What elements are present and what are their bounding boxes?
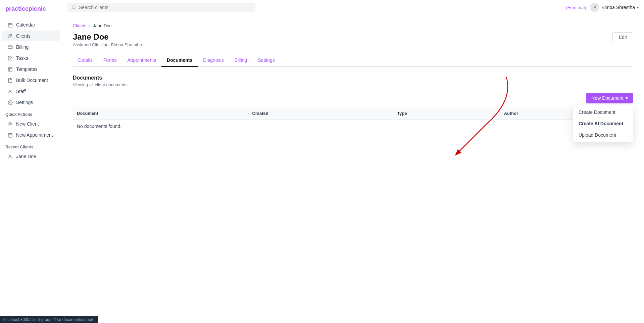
- recent-client-jane-doe[interactable]: Jane Doe: [2, 151, 60, 162]
- col-header-type: Type: [393, 107, 500, 120]
- svg-point-5: [10, 34, 12, 36]
- svg-rect-6: [8, 46, 12, 49]
- svg-point-12: [9, 102, 11, 103]
- tab-settings[interactable]: Settings: [252, 54, 280, 67]
- assigned-clinician: Assigned Clinician: Bimba Shrestha: [73, 42, 142, 47]
- doc-toolbar: New Document ▾ Create Document Create AI…: [73, 93, 633, 103]
- sidebar-item-clients[interactable]: Clients: [2, 31, 60, 41]
- svg-point-23: [72, 6, 75, 9]
- free-trial-badge: (Free trial): [566, 5, 586, 10]
- avatar: [590, 3, 599, 12]
- svg-rect-0: [8, 23, 12, 27]
- tab-details[interactable]: Details: [73, 54, 98, 67]
- calendar-plus-icon: [7, 132, 13, 138]
- tab-appointments[interactable]: Appointments: [122, 54, 161, 67]
- user-name: Bimba Shrestha: [601, 5, 635, 10]
- sidebar-item-label: Billing: [16, 44, 29, 50]
- person-plus-icon: [7, 121, 13, 127]
- sidebar-item-bulk-document[interactable]: Bulk Document: [2, 75, 60, 86]
- quick-action-label: New Appointment: [16, 132, 53, 138]
- status-bar: localhost:8000/client-groups/1/ai-docume…: [0, 316, 98, 323]
- quick-action-label: New Client: [16, 121, 39, 127]
- recent-client-label: Jane Doe: [16, 154, 36, 159]
- main-area: (Free trial) Bimba Shrestha ▾ Clients › …: [62, 0, 644, 323]
- content-area: Clients › Jane Doe Jane Doe Assigned Cli…: [62, 15, 644, 323]
- svg-rect-16: [8, 133, 12, 137]
- create-document-item[interactable]: Create Document: [573, 106, 633, 118]
- new-document-button[interactable]: New Document ▾: [586, 93, 633, 103]
- sidebar-item-label: Calendar: [16, 22, 35, 28]
- search-bar: [67, 3, 255, 12]
- breadcrumb-current: Jane Doe: [93, 23, 112, 28]
- bulk-doc-icon: [7, 78, 13, 83]
- search-icon: [71, 5, 76, 10]
- documents-section: Documents Viewing all client documents. …: [73, 75, 633, 133]
- calendar-icon: [7, 22, 13, 28]
- sidebar-item-label: Staff: [16, 89, 26, 94]
- sidebar-item-calendar[interactable]: Calendar: [2, 19, 60, 30]
- chevron-down-icon: ▾: [637, 6, 639, 9]
- sidebar: practicepicnic CalendarClientsBillingTas…: [0, 0, 62, 323]
- tasks-icon: [7, 55, 13, 61]
- svg-rect-8: [8, 67, 12, 71]
- svg-point-4: [9, 34, 10, 36]
- staff-icon: [7, 89, 13, 94]
- topbar-right: (Free trial) Bimba Shrestha ▾: [566, 3, 639, 12]
- sidebar-nav: CalendarClientsBillingTasksTemplatesBulk…: [0, 19, 62, 162]
- quick-action-new-appointment[interactable]: New Appointment: [2, 130, 60, 140]
- section-subtitle: Viewing all client documents.: [73, 82, 633, 87]
- svg-point-13: [9, 122, 10, 124]
- col-header-created: Created: [248, 107, 393, 120]
- person-icon: [7, 154, 13, 159]
- tab-forms[interactable]: Forms: [98, 54, 122, 67]
- sidebar-item-label: Clients: [16, 33, 31, 39]
- documents-table: DocumentCreatedTypeAuthor No documents f…: [73, 107, 633, 133]
- no-documents-message: No documents found.: [73, 120, 633, 133]
- quick-action-new-client[interactable]: New Client: [2, 119, 60, 129]
- billing-icon: [7, 44, 13, 50]
- user-menu[interactable]: Bimba Shrestha ▾: [590, 3, 639, 12]
- sidebar-item-label: Bulk Document: [16, 78, 48, 83]
- sidebar-item-tasks[interactable]: Tasks: [2, 53, 60, 63]
- edit-button[interactable]: Edit: [612, 32, 633, 42]
- page-header: Jane Doe Assigned Clinician: Bimba Shres…: [73, 32, 633, 47]
- sidebar-item-billing[interactable]: Billing: [2, 42, 60, 52]
- quick-actions-label: Quick Actions: [0, 108, 62, 118]
- svg-point-25: [594, 6, 596, 7]
- tab-documents[interactable]: Documents: [161, 54, 198, 67]
- page-title: Jane Doe: [73, 32, 142, 42]
- sidebar-item-settings[interactable]: Settings: [2, 97, 60, 108]
- tab-billing[interactable]: Billing: [229, 54, 252, 67]
- tabs-container: DetailsFormsAppointmentsDocumentsDiagnos…: [73, 54, 633, 67]
- dropdown-chevron: ▾: [626, 95, 628, 101]
- sidebar-item-label: Templates: [16, 66, 38, 72]
- section-title: Documents: [73, 75, 633, 81]
- svg-point-11: [9, 90, 11, 91]
- breadcrumb: Clients › Jane Doe: [73, 23, 633, 28]
- create-ai-document-item[interactable]: Create AI Document: [573, 118, 633, 129]
- app-logo: practicepicnic: [0, 5, 62, 19]
- new-document-dropdown: Create Document Create AI Document Uploa…: [573, 105, 633, 142]
- col-header-document: Document: [73, 107, 248, 120]
- users-icon: [7, 33, 13, 39]
- recent-clients-label: Recent Clients: [0, 141, 62, 151]
- breadcrumb-separator: ›: [89, 23, 90, 28]
- template-icon: [7, 66, 13, 72]
- tab-diagnosis[interactable]: Diagnosis: [198, 54, 229, 67]
- topbar: (Free trial) Bimba Shrestha ▾: [62, 0, 644, 15]
- sidebar-item-staff[interactable]: Staff: [2, 86, 60, 97]
- breadcrumb-parent[interactable]: Clients: [73, 23, 86, 28]
- svg-point-22: [9, 155, 11, 156]
- client-info: Jane Doe Assigned Clinician: Bimba Shres…: [73, 32, 142, 47]
- settings-icon: [7, 100, 13, 105]
- sidebar-item-templates[interactable]: Templates: [2, 64, 60, 75]
- upload-document-item[interactable]: Upload Document: [573, 129, 633, 141]
- svg-line-24: [75, 8, 76, 9]
- sidebar-item-label: Settings: [16, 100, 33, 105]
- no-documents-row: No documents found.: [73, 120, 633, 133]
- sidebar-item-label: Tasks: [16, 55, 28, 61]
- search-input[interactable]: [79, 5, 251, 10]
